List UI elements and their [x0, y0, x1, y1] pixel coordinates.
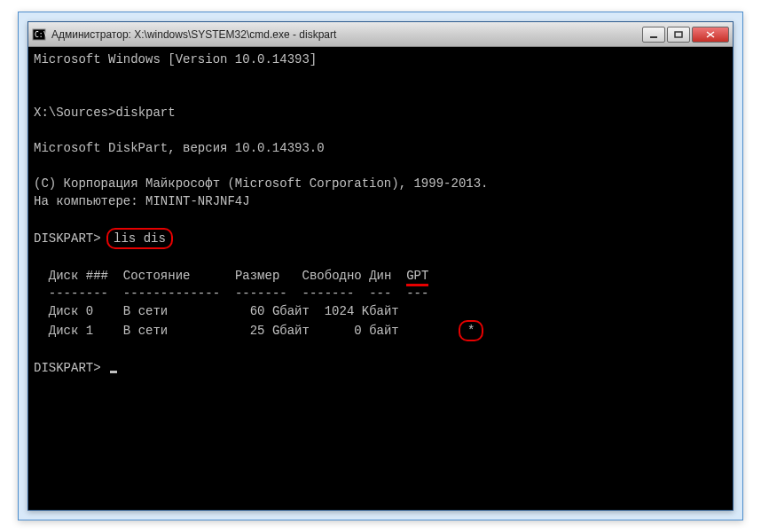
- sep-free: -------: [302, 286, 355, 301]
- svg-rect-2: [650, 36, 657, 38]
- cmd-window: C:\ Администратор: X:\windows\SYSTEM32\c…: [27, 21, 734, 511]
- row1-disk: Диск 1: [49, 324, 93, 338]
- col-dyn: Дин: [369, 269, 391, 283]
- svg-text:C:\: C:\: [35, 31, 46, 39]
- sep-gpt: ---: [406, 286, 428, 301]
- minimize-button[interactable]: [642, 27, 665, 43]
- diskpart-header: Microsoft DiskPart, версия 10.0.14393.0: [34, 141, 325, 155]
- gpt-star-highlight: *: [459, 320, 483, 341]
- maximize-button[interactable]: [667, 27, 690, 43]
- diskpart-cmd-highlight: lis dis: [106, 228, 173, 249]
- col-state: Состояние: [123, 269, 191, 283]
- diskpart-copyright: (C) Корпорация Майкрософт (Microsoft Cor…: [34, 176, 488, 191]
- window-buttons: [642, 27, 729, 43]
- prompt-path: X:\Sources>: [34, 106, 115, 120]
- outer-frame: C:\ Администратор: X:\windows\SYSTEM32\c…: [18, 12, 743, 520]
- row1-state: В сети: [123, 324, 168, 338]
- col-gpt-highlight: GPT: [406, 269, 428, 286]
- row0-disk: Диск 0: [49, 304, 93, 318]
- diskpart-prompt-2: DISKPART>: [34, 361, 101, 375]
- prompt-cmd: diskpart: [115, 106, 175, 120]
- row1-gpt: *: [467, 324, 475, 338]
- svg-rect-3: [675, 32, 682, 37]
- row1-free: 0 байт: [354, 324, 398, 338]
- cursor: [110, 371, 117, 373]
- cmd-icon: C:\: [32, 27, 46, 42]
- row1-size: 25 Gбайт: [250, 324, 310, 338]
- sep-dyn: ---: [369, 286, 391, 301]
- close-button[interactable]: [692, 27, 729, 43]
- sep-disk: --------: [49, 286, 108, 301]
- col-disk: Диск ###: [49, 269, 108, 283]
- version-line: Microsoft Windows [Version 10.0.14393]: [34, 52, 317, 66]
- col-size: Размер: [235, 269, 279, 283]
- diskpart-cmd: lis dis: [114, 231, 166, 246]
- diskpart-computer: На компьютере: MININT-NRJNF4J: [34, 194, 250, 208]
- col-free: Свободно: [302, 269, 362, 283]
- diskpart-prompt: DISKPART>: [34, 231, 101, 246]
- titlebar[interactable]: C:\ Администратор: X:\windows\SYSTEM32\c…: [28, 22, 733, 47]
- terminal-output[interactable]: Microsoft Windows [Version 10.0.14393] X…: [28, 47, 733, 510]
- row0-size: 60 Gбайт: [250, 304, 310, 318]
- sep-size: -------: [235, 286, 287, 301]
- window-title: Администратор: X:\windows\SYSTEM32\cmd.e…: [51, 28, 642, 41]
- row0-free: 1024 Kбайт: [325, 304, 399, 318]
- row0-state: В сети: [123, 304, 168, 318]
- col-gpt: GPT: [406, 269, 428, 283]
- sep-state: -------------: [123, 286, 220, 301]
